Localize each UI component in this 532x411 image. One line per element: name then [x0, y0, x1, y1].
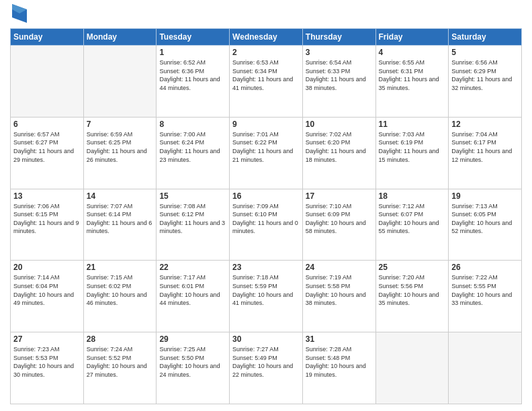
day-number: 5 — [451, 48, 519, 57]
table-row: 7Sunrise: 6:59 AM Sunset: 6:25 PM Daylig… — [83, 117, 157, 189]
day-info: Sunrise: 7:20 AM Sunset: 5:56 PM Dayligh… — [379, 273, 446, 307]
calendar-week-row: 13Sunrise: 7:06 AM Sunset: 6:15 PM Dayli… — [11, 189, 522, 261]
table-row: 8Sunrise: 7:00 AM Sunset: 6:24 PM Daylig… — [157, 117, 230, 189]
calendar-week-row: 20Sunrise: 7:14 AM Sunset: 6:04 PM Dayli… — [11, 261, 522, 332]
table-row — [83, 46, 157, 118]
table-row: 12Sunrise: 7:04 AM Sunset: 6:17 PM Dayli… — [449, 117, 522, 189]
day-number: 13 — [13, 191, 81, 201]
col-sunday: Sunday — [11, 29, 84, 46]
table-row: 18Sunrise: 7:12 AM Sunset: 6:07 PM Dayli… — [375, 189, 449, 261]
day-info: Sunrise: 7:19 AM Sunset: 5:58 PM Dayligh… — [306, 273, 373, 307]
day-number: 16 — [232, 191, 300, 201]
table-row: 5Sunrise: 6:56 AM Sunset: 6:29 PM Daylig… — [449, 46, 522, 118]
day-number: 9 — [232, 120, 300, 129]
day-info: Sunrise: 6:55 AM Sunset: 6:31 PM Dayligh… — [379, 58, 446, 92]
calendar-header-row: Sunday Monday Tuesday Wednesday Thursday… — [11, 29, 522, 46]
day-number: 4 — [379, 48, 446, 57]
day-info: Sunrise: 7:23 AM Sunset: 5:53 PM Dayligh… — [13, 345, 81, 379]
table-row: 6Sunrise: 6:57 AM Sunset: 6:27 PM Daylig… — [11, 117, 84, 189]
day-info: Sunrise: 7:03 AM Sunset: 6:19 PM Dayligh… — [379, 130, 446, 164]
day-number: 26 — [451, 263, 519, 272]
day-number: 6 — [13, 120, 81, 129]
day-info: Sunrise: 7:24 AM Sunset: 5:52 PM Dayligh… — [87, 345, 154, 379]
table-row: 9Sunrise: 7:01 AM Sunset: 6:22 PM Daylig… — [230, 117, 303, 189]
day-number: 8 — [159, 120, 226, 129]
day-info: Sunrise: 7:00 AM Sunset: 6:24 PM Dayligh… — [159, 130, 226, 164]
table-row: 14Sunrise: 7:07 AM Sunset: 6:14 PM Dayli… — [83, 189, 157, 261]
day-info: Sunrise: 7:04 AM Sunset: 6:17 PM Dayligh… — [451, 130, 519, 164]
day-number: 24 — [306, 263, 373, 272]
day-info: Sunrise: 7:09 AM Sunset: 6:10 PM Dayligh… — [232, 202, 300, 236]
day-number: 19 — [451, 191, 519, 201]
table-row: 15Sunrise: 7:08 AM Sunset: 6:12 PM Dayli… — [157, 189, 230, 261]
day-info: Sunrise: 7:22 AM Sunset: 5:55 PM Dayligh… — [451, 273, 519, 307]
logo — [10, 7, 27, 23]
table-row: 26Sunrise: 7:22 AM Sunset: 5:55 PM Dayli… — [449, 261, 522, 332]
table-row: 28Sunrise: 7:24 AM Sunset: 5:52 PM Dayli… — [83, 332, 157, 404]
table-row: 25Sunrise: 7:20 AM Sunset: 5:56 PM Dayli… — [375, 261, 449, 332]
day-info: Sunrise: 6:52 AM Sunset: 6:36 PM Dayligh… — [159, 58, 226, 92]
day-number: 21 — [87, 263, 154, 272]
day-number: 1 — [159, 48, 226, 57]
table-row: 21Sunrise: 7:15 AM Sunset: 6:02 PM Dayli… — [83, 261, 157, 332]
day-number: 28 — [87, 334, 154, 344]
day-number: 14 — [87, 191, 154, 201]
col-monday: Monday — [83, 29, 157, 46]
day-number: 22 — [159, 263, 226, 272]
col-wednesday: Wednesday — [230, 29, 303, 46]
table-row: 17Sunrise: 7:10 AM Sunset: 6:09 PM Dayli… — [302, 189, 375, 261]
calendar-week-row: 27Sunrise: 7:23 AM Sunset: 5:53 PM Dayli… — [11, 332, 522, 404]
table-row: 19Sunrise: 7:13 AM Sunset: 6:05 PM Dayli… — [449, 189, 522, 261]
table-row: 23Sunrise: 7:18 AM Sunset: 5:59 PM Dayli… — [230, 261, 303, 332]
day-info: Sunrise: 7:25 AM Sunset: 5:50 PM Dayligh… — [159, 345, 226, 379]
day-number: 2 — [232, 48, 300, 57]
calendar-week-row: 6Sunrise: 6:57 AM Sunset: 6:27 PM Daylig… — [11, 117, 522, 189]
day-info: Sunrise: 7:18 AM Sunset: 5:59 PM Dayligh… — [232, 273, 300, 307]
day-info: Sunrise: 7:07 AM Sunset: 6:14 PM Dayligh… — [87, 202, 154, 236]
table-row: 30Sunrise: 7:27 AM Sunset: 5:49 PM Dayli… — [230, 332, 303, 404]
day-number: 10 — [306, 120, 373, 129]
day-info: Sunrise: 7:10 AM Sunset: 6:09 PM Dayligh… — [306, 202, 373, 236]
day-number: 23 — [232, 263, 300, 272]
table-row: 24Sunrise: 7:19 AM Sunset: 5:58 PM Dayli… — [302, 261, 375, 332]
day-info: Sunrise: 7:28 AM Sunset: 5:48 PM Dayligh… — [306, 345, 373, 379]
day-info: Sunrise: 6:54 AM Sunset: 6:33 PM Dayligh… — [306, 58, 373, 92]
day-number: 7 — [87, 120, 154, 129]
calendar-table: Sunday Monday Tuesday Wednesday Thursday… — [10, 28, 522, 404]
day-info: Sunrise: 7:14 AM Sunset: 6:04 PM Dayligh… — [13, 273, 81, 307]
table-row: 20Sunrise: 7:14 AM Sunset: 6:04 PM Dayli… — [11, 261, 84, 332]
day-info: Sunrise: 6:59 AM Sunset: 6:25 PM Dayligh… — [87, 130, 154, 164]
day-number: 27 — [13, 334, 81, 344]
table-row: 4Sunrise: 6:55 AM Sunset: 6:31 PM Daylig… — [375, 46, 449, 118]
table-row: 27Sunrise: 7:23 AM Sunset: 5:53 PM Dayli… — [11, 332, 84, 404]
day-info: Sunrise: 7:13 AM Sunset: 6:05 PM Dayligh… — [451, 202, 519, 236]
table-row — [11, 46, 84, 118]
day-number: 12 — [451, 120, 519, 129]
day-number: 18 — [379, 191, 446, 201]
logo-icon — [12, 4, 27, 23]
table-row: 31Sunrise: 7:28 AM Sunset: 5:48 PM Dayli… — [302, 332, 375, 404]
day-info: Sunrise: 6:56 AM Sunset: 6:29 PM Dayligh… — [451, 58, 519, 92]
day-info: Sunrise: 7:08 AM Sunset: 6:12 PM Dayligh… — [159, 202, 226, 236]
day-info: Sunrise: 6:53 AM Sunset: 6:34 PM Dayligh… — [232, 58, 300, 92]
day-number: 3 — [306, 48, 373, 57]
table-row: 29Sunrise: 7:25 AM Sunset: 5:50 PM Dayli… — [157, 332, 230, 404]
day-number: 31 — [306, 334, 373, 344]
day-number: 15 — [159, 191, 226, 201]
day-info: Sunrise: 7:12 AM Sunset: 6:07 PM Dayligh… — [379, 202, 446, 236]
day-number: 17 — [306, 191, 373, 201]
day-info: Sunrise: 7:15 AM Sunset: 6:02 PM Dayligh… — [87, 273, 154, 307]
table-row: 3Sunrise: 6:54 AM Sunset: 6:33 PM Daylig… — [302, 46, 375, 118]
table-row: 16Sunrise: 7:09 AM Sunset: 6:10 PM Dayli… — [230, 189, 303, 261]
table-row: 1Sunrise: 6:52 AM Sunset: 6:36 PM Daylig… — [157, 46, 230, 118]
table-row: 22Sunrise: 7:17 AM Sunset: 6:01 PM Dayli… — [157, 261, 230, 332]
col-saturday: Saturday — [449, 29, 522, 46]
col-tuesday: Tuesday — [157, 29, 230, 46]
day-number: 25 — [379, 263, 446, 272]
day-number: 11 — [379, 120, 446, 129]
calendar-page: Sunday Monday Tuesday Wednesday Thursday… — [0, 0, 532, 411]
table-row — [375, 332, 449, 404]
header — [10, 7, 522, 23]
table-row: 11Sunrise: 7:03 AM Sunset: 6:19 PM Dayli… — [375, 117, 449, 189]
col-friday: Friday — [375, 29, 449, 46]
